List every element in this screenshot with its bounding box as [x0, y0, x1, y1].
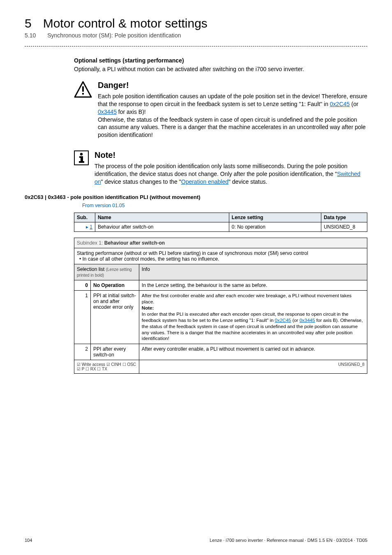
object-heading: 0x2C63 | 0x3463 - pole position identifi… — [25, 194, 367, 200]
version-note: From version 01.05 — [82, 203, 367, 208]
danger-mid1: (or — [350, 101, 358, 107]
subindex-bold: Behaviour after switch-on — [104, 240, 165, 246]
opt1-mid1: (or — [291, 318, 299, 323]
table-row: ▸ 1 Behaviour after switch-on 0: No oper… — [74, 222, 367, 231]
link-0x2c45-b[interactable]: 0x2C45 — [275, 318, 291, 323]
note-p1b: " device status. — [228, 178, 267, 185]
desc-text: Starting performance (without or with PL… — [77, 250, 364, 256]
warning-icon — [74, 81, 92, 99]
desc-row: Starting performance (without or with PL… — [74, 248, 367, 264]
danger-p1b: for axis B)! — [117, 109, 146, 115]
selection-head-row: Selection list (Lenze setting printed in… — [74, 264, 367, 280]
desc-bullet: • In case of all other control modes, th… — [79, 256, 364, 262]
detail-table: Subindex 1: Behaviour after switch-on St… — [74, 238, 367, 374]
opt0-num: 0 — [74, 280, 91, 290]
sel-label: Selection list — [77, 266, 106, 272]
note-callout: Note! The process of the pole position i… — [74, 150, 367, 186]
th-sub: Sub. — [74, 213, 95, 222]
th-lenze: Lenze setting — [229, 213, 321, 222]
note-p1a: The process of the pole position identif… — [95, 163, 348, 177]
danger-callout: Danger! Each pole position identificatio… — [74, 81, 367, 139]
info-label: Info — [139, 264, 367, 280]
chapter-title: Motor control & motor settings — [43, 16, 208, 30]
link-0x3445[interactable]: 0x3445 — [98, 109, 117, 115]
link-operation-enabled[interactable]: Operation enabled — [181, 178, 228, 185]
footer-meta: Lenze · i700 servo inverter · Reference … — [210, 538, 367, 543]
link-0x3445-b[interactable]: 0x3445 — [300, 318, 315, 323]
opt0-info: In the Lenze setting, the behaviour is t… — [139, 280, 367, 290]
danger-title: Danger! — [98, 81, 367, 90]
page-footer: 104 Lenze · i700 servo inverter · Refere… — [25, 538, 367, 543]
cell-dt: UNSIGNED_8 — [321, 222, 367, 231]
svg-point-3 — [80, 153, 83, 155]
cell-lenze: 0: No operation — [229, 222, 321, 231]
opt1-info: After the first controller enable and af… — [139, 290, 367, 344]
write-access-row: ☑ Write access ☑ CINH ☐ OSC ☑ P ☐ RX ☐ T… — [74, 360, 367, 374]
opt2-name: PPI after every switch-on — [91, 344, 139, 360]
page-number: 104 — [25, 538, 32, 543]
link-0x2c45[interactable]: 0x2C45 — [330, 101, 350, 107]
info-icon — [74, 150, 89, 165]
svg-rect-6 — [79, 161, 84, 163]
opt1-name: PPI at initial switch-on and after encod… — [91, 290, 139, 344]
svg-rect-2 — [82, 93, 84, 95]
danger-p1a: Each pole position identification causes… — [98, 93, 367, 107]
write-dt: UNSIGNED_8 — [139, 360, 367, 374]
note-mid1: " device status changes to the " — [101, 178, 181, 185]
svg-rect-5 — [81, 156, 83, 162]
cell-name: Behaviour after switch-on — [95, 222, 229, 231]
arrow-icon: ▸ — [86, 224, 88, 230]
opt1-note: Note: — [142, 305, 364, 311]
optional-heading: Optional settings (starting performance) — [74, 57, 367, 64]
divider — [25, 46, 367, 46]
link-sub1[interactable]: 1 — [90, 224, 92, 230]
note-title: Note! — [95, 150, 367, 160]
danger-text-2: Otherwise, the status of the feedback sy… — [98, 116, 367, 139]
note-text: The process of the pole position identif… — [95, 162, 367, 186]
summary-table: Sub. Name Lenze setting Data type ▸ 1 Be… — [74, 213, 367, 232]
svg-rect-1 — [82, 86, 84, 92]
table-row: 0 No Operation In the Lenze setting, the… — [74, 280, 367, 290]
section-number: 5.10 — [25, 32, 36, 39]
optional-paragraph: Optionally, a PLI without motion can be … — [74, 65, 367, 73]
danger-text-1: Each pole position identification causes… — [98, 92, 367, 116]
section-title: Synchronous motor (SM): Pole position id… — [47, 32, 181, 39]
subindex-lead: Subindex 1: — [77, 240, 104, 246]
th-datatype: Data type — [321, 213, 367, 222]
opt2-num: 2 — [74, 344, 91, 360]
subindex-head-row: Subindex 1: Behaviour after switch-on — [74, 238, 367, 248]
opt2-info: After every controller enable, a PLI wit… — [139, 344, 367, 360]
th-name: Name — [95, 213, 229, 222]
opt0-name: No Operation — [91, 280, 139, 290]
table-row: 1 PPI at initial switch-on and after enc… — [74, 290, 367, 344]
opt1-info2: In order that the PLI is executed after … — [142, 311, 364, 342]
chapter-number: 5 — [25, 16, 32, 30]
opt1-num: 1 — [74, 290, 91, 344]
table-row: 2 PPI after every switch-on After every … — [74, 344, 367, 360]
write-access-flags: ☑ Write access ☑ CINH ☐ OSC ☑ P ☐ RX ☐ T… — [77, 362, 136, 371]
opt1-info1: After the first controller enable and af… — [142, 293, 364, 305]
